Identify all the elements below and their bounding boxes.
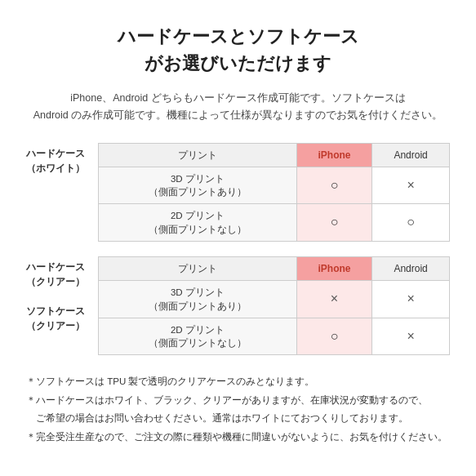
col-print-1: プリント bbox=[99, 143, 297, 167]
note-2: ＊ハードケースはホワイト、ブラック、クリアーがありますが、在庫状況が変動するので… bbox=[26, 392, 450, 409]
col-android-1: Android bbox=[372, 143, 450, 167]
col-iphone-1: iPhone bbox=[296, 143, 371, 167]
table-row: 2D プリント（側面プリントなし） ○ ○ bbox=[99, 204, 450, 241]
row-label: 3D プリント（側面プリントあり） bbox=[99, 167, 297, 204]
android-value: × bbox=[372, 167, 450, 204]
note-3: ＊完全受注生産なので、ご注文の際に種類や機種に間違いがないように、お気を付けくだ… bbox=[26, 429, 450, 446]
table-1: プリント iPhone Android 3D プリント（側面プリントあり） ○ … bbox=[98, 143, 450, 242]
iphone-value: × bbox=[296, 281, 371, 318]
android-value: × bbox=[372, 318, 450, 354]
android-value: ○ bbox=[372, 204, 450, 241]
row-label: 3D プリント（側面プリントあり） bbox=[99, 281, 297, 318]
row-label: 2D プリント（側面プリントなし） bbox=[99, 204, 297, 241]
table-section-1: ハードケース（ホワイト） プリント iPhone Android 3D プリント… bbox=[26, 143, 450, 242]
col-android-2: Android bbox=[372, 256, 450, 281]
table-2: プリント iPhone Android 3D プリント（側面プリントあり） × … bbox=[98, 256, 450, 355]
row-label: 2D プリント（側面プリントなし） bbox=[99, 318, 297, 354]
row-header-1: ハードケース（ホワイト） bbox=[26, 143, 98, 176]
note-2b: ご希望の場合はお問い合わせください。通常はホワイトにておつくりしております。 bbox=[26, 410, 450, 427]
notes-section: ＊ソフトケースは TPU 製で透明のクリアケースのみとなります。 ＊ハードケース… bbox=[26, 373, 450, 446]
table-row: 2D プリント（側面プリントなし） ○ × bbox=[99, 318, 450, 354]
tables-wrapper: ハードケース（ホワイト） プリント iPhone Android 3D プリント… bbox=[26, 143, 450, 355]
subtitle-text: iPhone、Android どちらもハードケース作成可能です。ソフトケースは … bbox=[26, 90, 450, 125]
table-row: 3D プリント（側面プリントあり） × × bbox=[99, 281, 450, 318]
row-header-2: ハードケース（クリアー）ソフトケース（クリアー） bbox=[26, 256, 98, 333]
note-1: ＊ソフトケースは TPU 製で透明のクリアケースのみとなります。 bbox=[26, 373, 450, 390]
iphone-value: ○ bbox=[296, 318, 371, 354]
iphone-value: ○ bbox=[296, 204, 371, 241]
table-section-2: ハードケース（クリアー）ソフトケース（クリアー） プリント iPhone And… bbox=[26, 256, 450, 355]
android-value: × bbox=[372, 281, 450, 318]
col-print-2: プリント bbox=[99, 256, 297, 281]
main-title: ハードケースとソフトケース がお選びいただけます bbox=[26, 23, 450, 77]
col-iphone-2: iPhone bbox=[296, 256, 371, 281]
table-row: 3D プリント（側面プリントあり） ○ × bbox=[99, 167, 450, 204]
page-container: ハードケースとソフトケース がお選びいただけます iPhone、Android … bbox=[0, 0, 476, 467]
iphone-value: ○ bbox=[296, 167, 371, 204]
